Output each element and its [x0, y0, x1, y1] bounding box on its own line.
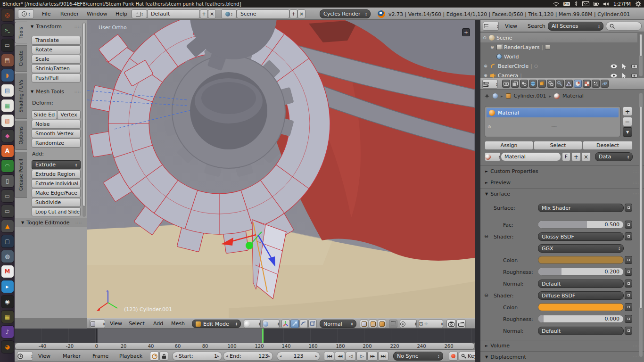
- drag-handle[interactable]: ∷∷: [633, 181, 639, 185]
- outliner-view-menu[interactable]: View: [505, 23, 517, 29]
- drag-handle[interactable]: ∷∷: [633, 169, 639, 174]
- shrink-fatten-button[interactable]: Shrink/Fatten: [32, 64, 81, 73]
- drag-handle[interactable]: ∷∷: [75, 90, 81, 94]
- distribution-dropdown[interactable]: GGX ▴▾: [538, 244, 624, 253]
- outliner-row-camera[interactable]: ⊕ Camera |: [480, 71, 637, 78]
- outliner-row-beziercircle[interactable]: ⊕ BezierCircle | ◌: [480, 61, 637, 71]
- expand-icon[interactable]: ⊕: [483, 73, 488, 78]
- manipulator-translate-button[interactable]: [290, 320, 299, 328]
- drag-handle[interactable]: ∷∷: [633, 344, 639, 348]
- dock-usb-drive-2[interactable]: ▭: [1, 205, 14, 217]
- tool-tab-create[interactable]: Create: [15, 45, 27, 72]
- toggle-editmode-header[interactable]: ▼ Toggle Editmode ∷∷: [15, 218, 87, 226]
- list-resize-grip[interactable]: ══: [552, 124, 556, 129]
- stepper-right-icon[interactable]: ▸: [315, 354, 317, 358]
- current-frame-marker[interactable]: [262, 329, 264, 343]
- editor-type-info-button[interactable]: i ▴▾: [18, 9, 34, 18]
- outliner-row-world[interactable]: World: [480, 52, 637, 61]
- menu-file[interactable]: File: [42, 11, 50, 17]
- rotate-button[interactable]: Rotate: [32, 45, 81, 54]
- jump-to-end-button[interactable]: ▶▶|: [378, 352, 388, 361]
- tab-texture[interactable]: [583, 80, 591, 88]
- vertex-select-button[interactable]: [360, 320, 368, 328]
- randomize-button[interactable]: Randomize: [32, 139, 81, 148]
- fac-socket-button[interactable]: [625, 221, 632, 229]
- renderability-camera-icon[interactable]: [631, 64, 637, 68]
- manipulator-scale-button[interactable]: [308, 320, 317, 328]
- assign-button[interactable]: Assign: [485, 141, 533, 150]
- transform-panel-header[interactable]: ▼ Transform ∷∷: [31, 24, 81, 30]
- fac-slider[interactable]: 0.500: [538, 221, 624, 229]
- dock-gmail[interactable]: M: [1, 265, 14, 278]
- properties-scrollbar[interactable]: [639, 93, 643, 357]
- editor-type-3dview-button[interactable]: ▴▾: [90, 320, 105, 328]
- extrude-region-button[interactable]: Extrude Region: [32, 170, 81, 179]
- tool-tab-tools[interactable]: Tools: [15, 22, 27, 43]
- tab-render[interactable]: [502, 80, 510, 88]
- add-menu[interactable]: Add: [153, 321, 163, 327]
- auto-keyframe-button[interactable]: [449, 352, 458, 361]
- extrude-individual-button[interactable]: Extrude Individual: [32, 179, 81, 188]
- remove-material-slot-button[interactable]: −: [623, 117, 632, 126]
- push-pull-button[interactable]: Push/Pull: [32, 74, 81, 82]
- region-expand-button[interactable]: +: [462, 28, 470, 36]
- lock-frame-range-button[interactable]: [159, 352, 168, 361]
- loop-cut-slide-button[interactable]: Loop Cut and Slide: [32, 207, 81, 216]
- prev-keyframe-button[interactable]: ◀◀: [335, 352, 345, 361]
- color1-socket-button[interactable]: [625, 256, 632, 264]
- node-icon[interactable]: [493, 93, 498, 99]
- current-frame-field[interactable]: ◂ 123 ▸: [277, 352, 320, 361]
- rough2-slider[interactable]: 0.000: [538, 315, 624, 323]
- editor-type-timeline-button[interactable]: ▴▾: [17, 352, 33, 361]
- slot-specials-button[interactable]: ▼: [623, 127, 632, 137]
- renderability-camera-icon[interactable]: [631, 73, 637, 78]
- tab-modifiers[interactable]: [556, 80, 564, 88]
- stepper-right-icon[interactable]: ▸: [217, 354, 219, 358]
- selectability-cursor-icon[interactable]: [622, 64, 627, 69]
- scene-browse-button[interactable]: ▴▾: [221, 9, 237, 18]
- drag-handle[interactable]: ∷∷: [76, 221, 82, 225]
- translate-button[interactable]: Translate: [32, 36, 81, 45]
- timeline-view-menu[interactable]: View: [38, 353, 50, 359]
- expand-icon[interactable]: ⊕: [483, 64, 488, 68]
- normal1-field[interactable]: Default: [538, 280, 624, 288]
- glossy-color-swatch[interactable]: [538, 256, 624, 264]
- renderlayer-icon[interactable]: [545, 45, 550, 49]
- wifi-icon[interactable]: [553, 1, 559, 7]
- menu-window[interactable]: Window: [87, 11, 107, 17]
- tab-object-data[interactable]: [565, 80, 573, 88]
- dock-photos-app[interactable]: ◆: [1, 130, 14, 142]
- face-select-button[interactable]: [378, 320, 386, 328]
- tab-scene[interactable]: [520, 80, 528, 88]
- fake-user-button[interactable]: F: [562, 152, 570, 161]
- tool-tab-options[interactable]: Options: [15, 121, 27, 150]
- editor-separator[interactable]: [475, 20, 480, 362]
- dock-recorder[interactable]: ◉: [1, 296, 14, 308]
- shader1-unlink-icon[interactable]: ⊖: [484, 233, 488, 239]
- stepper-left-icon[interactable]: ◂: [280, 354, 281, 358]
- tab-particles[interactable]: [592, 80, 600, 88]
- next-keyframe-button[interactable]: ▶▶: [367, 352, 378, 361]
- material-slot-list[interactable]: Material ⊕ ══: [485, 106, 620, 137]
- manipulator-rotate-button[interactable]: [299, 320, 308, 328]
- dock-text-editor[interactable]: ▭: [1, 39, 14, 51]
- viewport-3d[interactable]: User Ortho z (123) Cylinder.001 +: [87, 20, 475, 318]
- deselect-button[interactable]: Deselect: [583, 141, 633, 150]
- slide-vertex-button[interactable]: Vertex: [57, 110, 81, 119]
- data-link-dropdown[interactable]: Data ▴▾: [595, 152, 633, 161]
- unlink-material-button[interactable]: ×: [581, 152, 591, 161]
- tab-world[interactable]: [529, 80, 537, 88]
- new-material-button[interactable]: +: [571, 152, 581, 161]
- tool-tab-shading-uvs[interactable]: Shading / UVs: [15, 74, 27, 119]
- viewport-shading-dropdown[interactable]: ▴▾: [244, 320, 261, 328]
- session-gear-icon[interactable]: [636, 1, 641, 7]
- render-engine-dropdown[interactable]: Cycles Render ▴▾: [320, 9, 371, 18]
- screen-layout-name-field[interactable]: Default: [147, 9, 200, 18]
- scene-name-field[interactable]: Scene: [237, 9, 289, 18]
- proportional-edit-dropdown[interactable]: ▴▾: [400, 320, 417, 328]
- bluetooth-icon[interactable]: [574, 1, 578, 7]
- menu-help[interactable]: Help: [116, 11, 127, 17]
- slide-edge-button[interactable]: Slide Ed: [32, 110, 57, 119]
- breadcrumb-data[interactable]: Material: [562, 93, 584, 99]
- keyboard-indicator[interactable]: En: [563, 2, 570, 6]
